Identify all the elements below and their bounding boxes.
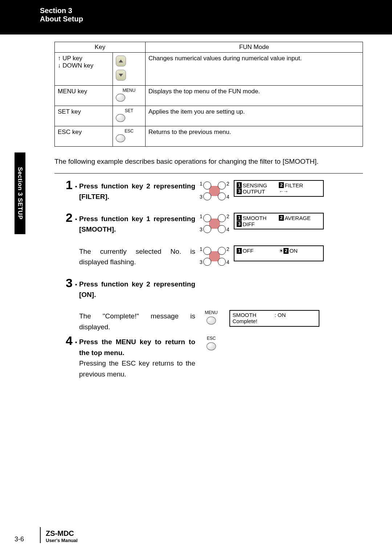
menu-key-icon (207, 317, 216, 325)
step-text: The currently selected No. is displayed … (79, 244, 195, 268)
key-desc: Returns to the previous menu. (146, 126, 363, 147)
menu-esc-icons: MENU (201, 310, 221, 330)
key-icon-cell: MENU (113, 86, 146, 106)
key-name-down: ↓ DOWN key (58, 62, 93, 69)
step-2-note: The currently selected No. is displayed … (54, 244, 363, 268)
esc-label: ESC (201, 336, 221, 341)
product-name: ZS-MDC (46, 529, 78, 538)
step-illustration: 1 2 3 4 1SENSING 2FILTER 3OUTPUT ←→ (195, 179, 330, 203)
menu-key-icon (116, 94, 125, 102)
step-text: The "Complete!" message is displayed. (79, 309, 195, 332)
page-number: 3-6 (15, 535, 40, 543)
key-desc: Displays the top menu of the FUN mode. (146, 86, 363, 106)
key-icon-cell: ESC (113, 126, 146, 147)
step-dot: . (75, 179, 79, 203)
table-row: ESC key ESC Returns to the previous menu… (55, 126, 363, 147)
step-illustration: MENU SMOOTH : ON Complete! (195, 309, 330, 332)
key-name-cell: SET key (55, 106, 113, 126)
step-number: 3 (54, 277, 75, 300)
lcd-display: 1SMOOTH 2AVERAGE 3DIFF (234, 213, 324, 229)
step-number: 2 (54, 211, 75, 235)
table-row: MENU key MENU Displays the top menu of t… (55, 86, 363, 106)
lcd-display: 1OFF ☀2ON (234, 245, 324, 261)
esc-key-icon (207, 342, 216, 350)
menu-esc-icons: ESC (201, 336, 221, 355)
up-key-icon (116, 56, 126, 66)
step-2: 2 . Press function key 1 representing [S… (54, 211, 363, 235)
key-desc: Applies the item you are setting up. (146, 106, 363, 126)
key-icon-cell (113, 53, 146, 86)
step-text: Press function key 2 representing [FILTE… (79, 179, 195, 203)
table-row: SET key SET Applies the item you are set… (55, 106, 363, 126)
separator (54, 173, 363, 174)
dpad-icon: 1 2 3 4 (201, 180, 228, 203)
key-icon-cell: SET (113, 106, 146, 126)
set-key-icon (116, 114, 125, 122)
page-footer: 3-6 ZS-MDC User's Manual (0, 527, 392, 543)
key-desc: Changes numerical values during numerica… (146, 53, 363, 86)
key-name-cell: ↑ UP key ↓ DOWN key (55, 53, 113, 86)
down-key-icon (116, 70, 126, 81)
step-4-note: The "Complete!" message is displayed. ME… (54, 309, 363, 332)
lcd-display: 1SENSING 2FILTER 3OUTPUT ←→ (234, 180, 324, 197)
step-4: 4 . Press the MENU key to return to the … (54, 334, 363, 379)
step-number: 1 (54, 179, 75, 203)
key-name-cell: MENU key (55, 86, 113, 106)
step-text: Press function key 2 representing [ON]. (79, 277, 195, 300)
flash-icon: ☀ (279, 248, 283, 254)
set-label: SET (116, 108, 142, 113)
key-table: Key FUN Mode ↑ UP key ↓ DOWN key Changes… (54, 42, 363, 147)
step-number: 4 (54, 334, 75, 379)
header-section: Section 3 (40, 7, 383, 15)
page-content: Key FUN Mode ↑ UP key ↓ DOWN key Changes… (0, 34, 392, 395)
step-1: 1 . Press function key 2 representing [F… (54, 179, 363, 203)
step-dot: . (75, 211, 79, 235)
dpad-icon: 1 2 3 4 (201, 245, 228, 268)
intro-paragraph: The following example describes basic op… (54, 157, 363, 167)
side-tab: Section 3 SETUP (15, 152, 25, 234)
step-illustration: 1 2 3 4 1OFF ☀2ON (195, 244, 330, 268)
table-row: ↑ UP key ↓ DOWN key Changes numerical va… (55, 53, 363, 86)
step-dot: . (75, 277, 79, 300)
footer-divider (40, 527, 41, 543)
dpad-icon: 1 2 3 4 (201, 213, 228, 235)
footer-text: ZS-MDC User's Manual (46, 529, 78, 543)
menu-label: MENU (201, 310, 221, 315)
menu-label: MENU (116, 88, 142, 93)
th-mode: FUN Mode (146, 42, 363, 53)
steps-block: 1 . Press function key 2 representing [F… (54, 179, 363, 380)
esc-key-icon (116, 134, 125, 142)
key-name-cell: ESC key (55, 126, 113, 147)
key-name-up: ↑ UP key (58, 55, 82, 62)
step-dot: . (75, 334, 79, 379)
step-text: Press the MENU key to return to the top … (79, 334, 195, 379)
header-title: About Setup (40, 15, 383, 23)
step-illustration: ESC (195, 334, 330, 379)
step-text: Press function key 1 representing [SMOOT… (79, 211, 195, 235)
page-header: Section 3 About Setup (0, 0, 392, 34)
th-key: Key (55, 42, 146, 53)
manual-label: User's Manual (46, 538, 78, 543)
step-illustration: 1 2 3 4 1SMOOTH 2AVERAGE 3DIFF (195, 211, 330, 235)
esc-label: ESC (116, 129, 142, 134)
lcd-display: SMOOTH : ON Complete! (229, 310, 319, 327)
step-3: 3 . Press function key 2 representing [O… (54, 277, 363, 300)
